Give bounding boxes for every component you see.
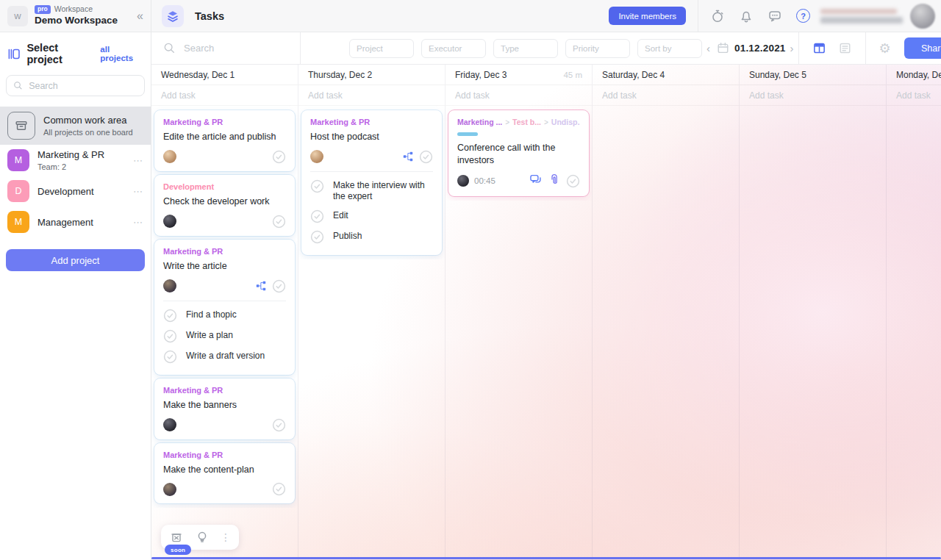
add-project-button[interactable]: Add project <box>6 249 145 271</box>
project-menu-icon[interactable]: ⋯ <box>133 186 143 197</box>
checklist-item[interactable]: Edit <box>310 207 433 227</box>
project-menu-icon[interactable]: ⋯ <box>133 217 143 228</box>
filter-priority[interactable]: Priority <box>565 39 630 58</box>
comments-icon[interactable] <box>529 173 542 189</box>
checklist-item-text: Write a plan <box>186 330 233 342</box>
project-name: Development <box>37 186 94 197</box>
task-title: Host the podcast <box>310 131 433 143</box>
sidebar-search[interactable] <box>6 75 145 96</box>
workspace-logo: w <box>7 6 28 26</box>
complete-task-icon[interactable] <box>272 150 286 164</box>
task-card[interactable]: Marketing & PR Make the banners <box>154 378 295 439</box>
complete-task-icon[interactable] <box>272 418 286 432</box>
settings-gear-icon[interactable]: ⚙ <box>866 40 904 57</box>
board-select-icon <box>7 47 21 61</box>
task-card[interactable]: Marketing & PR Host the podcast <box>301 110 442 255</box>
task-card[interactable]: Marketing & PR Make the content-plan <box>154 443 295 504</box>
checklist-item-text: Make the interview with the expert <box>333 180 433 203</box>
checklist-item[interactable]: Write a draft version <box>163 347 286 367</box>
add-task-field[interactable]: Add task <box>151 85 298 106</box>
sidebar-search-input[interactable] <box>29 81 137 91</box>
prev-date-icon[interactable]: ‹ <box>702 42 715 54</box>
divider <box>300 32 301 64</box>
project-avatar: M <box>7 149 29 171</box>
invite-members-button[interactable]: Invite members <box>609 7 686 25</box>
project-subtitle: Team: 2 <box>37 162 104 171</box>
workspace-switcher[interactable]: w pro Workspace Demo Workspace « <box>0 0 151 32</box>
help-icon[interactable]: ? <box>796 9 810 23</box>
assignee-avatar <box>457 175 469 187</box>
trash-icon[interactable] <box>169 530 184 545</box>
checklist-check-icon[interactable] <box>163 350 177 364</box>
horizontal-scrollbar[interactable] <box>151 557 941 559</box>
next-date-icon[interactable]: › <box>786 42 798 54</box>
sidebar-item-management[interactable]: M Management ⋯ <box>0 207 151 237</box>
breadcrumb-board[interactable]: Test b... <box>512 118 541 126</box>
task-card[interactable]: Marketing ... > Test b... > Undisp... Co… <box>448 110 589 196</box>
checklist-item-text: Edit <box>333 210 348 222</box>
checklist-check-icon[interactable] <box>310 179 324 193</box>
task-project-label: Marketing & PR <box>163 247 286 256</box>
chat-icon[interactable] <box>768 9 782 24</box>
task-project-label: Marketing & PR <box>310 118 433 126</box>
project-avatar: M <box>7 211 29 233</box>
attachment-paperclip-icon[interactable] <box>548 173 560 189</box>
task-title: Make the banners <box>163 399 286 412</box>
add-task-field[interactable]: Add task <box>593 85 739 106</box>
complete-task-icon[interactable] <box>419 150 433 164</box>
breadcrumb-project[interactable]: Marketing ... <box>457 118 502 126</box>
task-card[interactable]: Marketing & PR Write the article <box>154 240 295 375</box>
board-search[interactable] <box>151 42 300 54</box>
lightbulb-icon[interactable] <box>195 530 210 545</box>
checklist-item[interactable]: Publish <box>310 227 433 248</box>
filter-type[interactable]: Type <box>493 39 558 58</box>
sidebar-item-development[interactable]: D Development ⋯ <box>0 176 151 207</box>
filterbar-right: ‹ 01.12.2021 › ⚙ Share <box>702 32 941 64</box>
all-projects-link[interactable]: all projects <box>100 45 143 62</box>
complete-task-icon[interactable] <box>272 482 286 496</box>
complete-task-icon[interactable] <box>566 174 580 188</box>
board-search-input[interactable] <box>184 43 279 54</box>
checklist-check-icon[interactable] <box>310 230 324 244</box>
column-time-total: 45 m <box>563 71 582 79</box>
checklist-check-icon[interactable] <box>310 209 324 223</box>
subtasks-icon[interactable] <box>403 151 413 162</box>
subtasks-icon[interactable] <box>256 281 266 291</box>
complete-task-icon[interactable] <box>272 215 286 229</box>
current-date[interactable]: 01.12.2021 <box>734 43 786 54</box>
breadcrumb-status[interactable]: Undisp... <box>551 118 580 126</box>
filter-project[interactable]: Project <box>349 39 414 58</box>
checklist-item[interactable]: Find a thopic <box>163 306 286 326</box>
task-title: Edite the article and publish <box>163 131 286 143</box>
notifications-bell-icon[interactable] <box>739 9 754 24</box>
more-options-icon[interactable]: ⋮ <box>221 531 231 543</box>
filter-executor[interactable]: Executor <box>421 39 486 58</box>
checklist-item[interactable]: Write a plan <box>163 326 286 347</box>
complete-task-icon[interactable] <box>272 279 286 293</box>
task-card[interactable]: Marketing & PR Edite the article and pub… <box>154 110 295 171</box>
checklist-check-icon[interactable] <box>163 309 177 323</box>
board-view-icon[interactable] <box>812 41 826 55</box>
add-task-field[interactable]: Add task <box>740 85 886 106</box>
column-wednesday: Wednesday, Dec 1 Add task Marketing & PR… <box>151 65 298 560</box>
column-title: Thursday, Dec 2 <box>308 70 372 80</box>
checklist-item[interactable]: Make the interview with the expert <box>310 176 433 207</box>
share-button[interactable]: Share <box>904 37 941 59</box>
breadcrumb-separator: > <box>544 118 548 126</box>
filter-sort-by[interactable]: Sort by <box>637 39 702 58</box>
search-icon <box>13 80 23 91</box>
collapse-sidebar-icon[interactable]: « <box>137 10 143 23</box>
sidebar-item-marketing-pr[interactable]: M Marketing & PR Team: 2 ⋯ <box>0 145 151 176</box>
filterbar: Project Executor Type Priority Sort by ‹… <box>151 32 941 65</box>
task-card[interactable]: Development Check the developer work <box>154 175 295 236</box>
user-avatar[interactable] <box>910 4 935 29</box>
sidebar-item-common-work-area[interactable]: Common work area All projects on one boa… <box>0 107 151 145</box>
add-task-field[interactable]: Add task <box>298 85 445 106</box>
timer-icon[interactable] <box>710 9 725 24</box>
add-task-field[interactable]: Add task <box>887 85 941 106</box>
list-view-icon[interactable] <box>838 41 852 55</box>
project-menu-icon[interactable]: ⋯ <box>133 155 143 166</box>
checklist-check-icon[interactable] <box>163 329 177 343</box>
user-menu[interactable] <box>820 4 935 29</box>
add-task-field[interactable]: Add task <box>446 85 592 106</box>
